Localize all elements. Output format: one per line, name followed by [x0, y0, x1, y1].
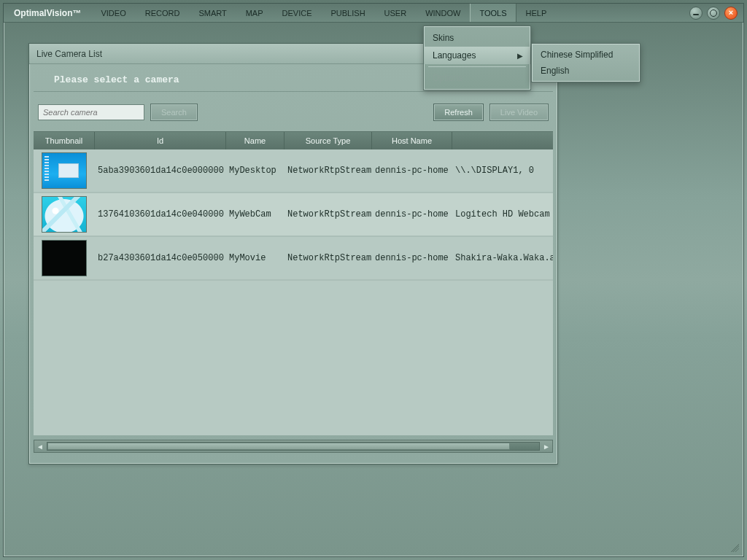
- cell-id: b27a4303601da14c0e050000: [95, 253, 226, 263]
- th-device[interactable]: [452, 132, 553, 149]
- table-row[interactable]: 13764103601da14c0e040000MyWebCamNetworkR…: [34, 193, 553, 237]
- refresh-button[interactable]: Refresh: [433, 104, 484, 121]
- table-row[interactable]: b27a4303601da14c0e050000MyMovieNetworkRt…: [34, 237, 553, 281]
- app-frame: OptimalVision™ VIDEORECORDSMARTMAPDEVICE…: [3, 3, 744, 557]
- menu-record[interactable]: RECORD: [136, 4, 190, 22]
- menu-video[interactable]: VIDEO: [91, 4, 135, 22]
- live-video-button[interactable]: Live Video: [489, 104, 549, 121]
- resize-grip-icon[interactable]: [729, 542, 739, 552]
- language-option[interactable]: English: [532, 63, 640, 79]
- minimize-button[interactable]: [689, 7, 703, 20]
- menu-item-label: Languages: [433, 50, 476, 61]
- menu-help[interactable]: HELP: [516, 4, 557, 22]
- table-body: 5aba3903601da14c0e000000MyDesktopNetwork…: [34, 149, 553, 281]
- table-header: Thumbnail Id Name Source Type Host Name: [34, 132, 553, 149]
- table-empty-area: [34, 281, 553, 435]
- app-title: OptimalVision™: [4, 4, 91, 22]
- table-row[interactable]: 5aba3903601da14c0e000000MyDesktopNetwork…: [34, 149, 553, 193]
- cell-id: 5aba3903601da14c0e000000: [95, 166, 226, 176]
- menu-item-skins[interactable]: Skins: [424, 29, 530, 47]
- horizontal-scrollbar[interactable]: ◄ ►: [34, 440, 553, 453]
- th-name[interactable]: Name: [226, 132, 285, 149]
- menu-item-languages[interactable]: Languages ▶: [424, 47, 530, 64]
- languages-submenu: Chinese SimplifiedEnglish: [531, 43, 640, 82]
- main-menu: VIDEORECORDSMARTMAPDEVICEPUBLISHUSERWIND…: [91, 4, 556, 22]
- cell-source-type: NetworkRtpStream: [285, 253, 372, 263]
- search-button[interactable]: Search: [150, 104, 198, 121]
- thumbnail-webcam: [42, 196, 87, 233]
- live-camera-panel: Live Camera List Please select a camera …: [28, 43, 558, 464]
- th-id[interactable]: Id: [95, 132, 226, 149]
- scroll-right-icon[interactable]: ►: [541, 440, 552, 452]
- cell-source-type: NetworkRtpStream: [285, 166, 372, 176]
- menu-tools[interactable]: TOOLS: [470, 4, 516, 22]
- window-controls: ×: [689, 4, 743, 22]
- tools-dropdown: Skins Languages ▶ Options: [423, 26, 531, 90]
- menu-item-options[interactable]: Options: [424, 69, 530, 87]
- panel-toolbar: Search Refresh Live Video: [29, 92, 557, 131]
- cell-device: Logitech HD Webcam C27: [452, 209, 553, 219]
- menu-map[interactable]: MAP: [236, 4, 273, 22]
- cell-id: 13764103601da14c0e040000: [95, 209, 226, 219]
- cell-host-name: dennis-pc-home: [372, 209, 452, 219]
- menu-publish[interactable]: PUBLISH: [322, 4, 375, 22]
- menubar: OptimalVision™ VIDEORECORDSMARTMAPDEVICE…: [4, 4, 743, 23]
- th-thumbnail[interactable]: Thumbnail: [34, 132, 95, 149]
- th-host-name[interactable]: Host Name: [372, 132, 452, 149]
- cell-name: MyMovie: [226, 253, 285, 263]
- camera-table: Thumbnail Id Name Source Type Host Name …: [34, 131, 553, 435]
- chevron-right-icon: ▶: [517, 52, 523, 60]
- menu-separator: [428, 66, 526, 67]
- search-input[interactable]: [38, 104, 144, 120]
- scroll-left-icon[interactable]: ◄: [34, 440, 46, 452]
- cell-device: \\.\DISPLAY1, 0: [452, 166, 553, 176]
- scroll-thumb[interactable]: [47, 443, 510, 450]
- cell-host-name: dennis-pc-home: [372, 166, 452, 176]
- th-source-type[interactable]: Source Type: [285, 132, 372, 149]
- menu-smart[interactable]: SMART: [189, 4, 236, 22]
- menu-user[interactable]: USER: [375, 4, 417, 22]
- thumbnail-movie: [42, 240, 87, 276]
- cell-source-type: NetworkRtpStream: [285, 209, 372, 219]
- menu-device[interactable]: DEVICE: [273, 4, 322, 22]
- cell-name: MyDesktop: [226, 166, 285, 176]
- close-button[interactable]: ×: [724, 7, 738, 20]
- thumbnail-desktop: [42, 152, 87, 189]
- cell-name: MyWebCam: [226, 209, 285, 219]
- maximize-button[interactable]: [707, 7, 720, 20]
- cell-device: Shakira-Waka.Waka.avi,: [452, 253, 553, 263]
- scroll-track[interactable]: [47, 442, 540, 451]
- cell-host-name: dennis-pc-home: [372, 253, 452, 263]
- menu-window[interactable]: WINDOW: [416, 4, 470, 22]
- language-option[interactable]: Chinese Simplified: [532, 47, 640, 63]
